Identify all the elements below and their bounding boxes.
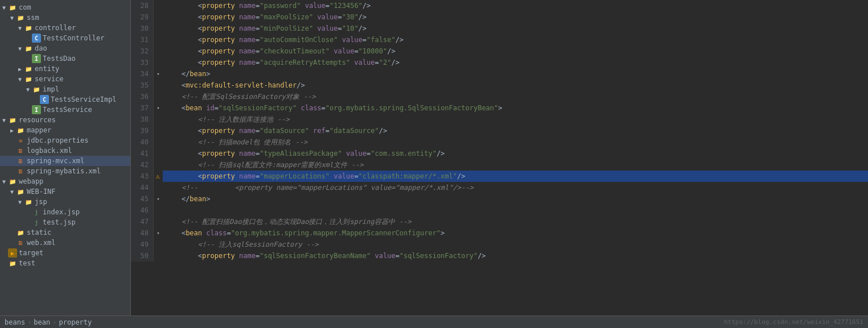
sidebar-item-dao[interactable]: ▼ 📁 dao bbox=[0, 43, 130, 53]
sidebar-item-target[interactable]: ▶ target bbox=[0, 248, 130, 258]
fold-indicator[interactable] bbox=[154, 125, 163, 136]
breadcrumb-item-beans[interactable]: beans bbox=[5, 318, 25, 326]
line-content: <!-- 扫描sql配置文件:mapper需要的xml文件 --> bbox=[163, 159, 868, 171]
fold-indicator[interactable] bbox=[154, 182, 163, 193]
fold-indicator[interactable]: ▾ bbox=[154, 227, 163, 239]
tree-label: jsp bbox=[35, 198, 47, 206]
line-content: <property name="mapperLocations" value="… bbox=[163, 171, 868, 182]
fold-indicator[interactable] bbox=[154, 34, 163, 45]
fold-indicator[interactable] bbox=[154, 148, 163, 159]
sidebar-item-ssm[interactable]: ▼ 📁 ssm bbox=[0, 13, 130, 23]
fold-indicator[interactable] bbox=[154, 216, 163, 227]
fold-indicator[interactable]: ▾ bbox=[154, 102, 163, 114]
sidebar-item-service[interactable]: ▼ 📁 service bbox=[0, 74, 130, 84]
bracket: </ bbox=[182, 68, 190, 80]
sidebar-item-mapper[interactable]: ▶ 📁 mapper bbox=[0, 125, 130, 135]
fold-indicator[interactable] bbox=[154, 0, 163, 11]
line-content: <property name="typeAliasesPackage" valu… bbox=[163, 148, 868, 159]
fold-indicator[interactable] bbox=[154, 136, 163, 148]
bracket: /> bbox=[457, 171, 465, 182]
fold-indicator[interactable]: ⚠ bbox=[154, 171, 163, 182]
line-number: 29 bbox=[131, 11, 154, 23]
line-number: 35 bbox=[131, 80, 154, 91]
tree-arrow: ▼ bbox=[8, 15, 16, 21]
fold-indicator[interactable] bbox=[154, 80, 163, 91]
bracket: = bbox=[256, 125, 260, 136]
line-content: <property name="maxPoolSize" value="30"/… bbox=[163, 11, 868, 23]
xml-comment: <!-- 扫描sql配置文件:mapper需要的xml文件 --> bbox=[198, 159, 364, 171]
sidebar-item-web.xml[interactable]: 🗎 web.xml bbox=[0, 238, 130, 248]
breadcrumb-item-property[interactable]: property bbox=[59, 318, 92, 326]
code-line-50: 50 <property name="sqlSessionFactoryBean… bbox=[131, 250, 868, 261]
fold-indicator[interactable] bbox=[154, 250, 163, 261]
attr-value: "mapperLocations" bbox=[260, 171, 330, 182]
fold-indicator[interactable] bbox=[154, 57, 163, 68]
sidebar-item-test.jsp[interactable]: j test.jsp bbox=[0, 217, 130, 227]
sidebar-item-TestsDao[interactable]: I TestsDao bbox=[0, 53, 130, 64]
sidebar-item-impl[interactable]: ▼ 📁 impl bbox=[0, 84, 130, 94]
sidebar-item-com[interactable]: ▼ 📁 com bbox=[0, 2, 130, 13]
tree-label: resources bbox=[19, 116, 56, 124]
line-number: 50 bbox=[131, 250, 154, 261]
tree-arrow: ▼ bbox=[0, 117, 8, 123]
line-content: <property name="password" value="123456"… bbox=[163, 0, 868, 11]
line-content: <property name="dataSource" ref="dataSou… bbox=[163, 125, 868, 136]
xml-tag: property bbox=[202, 0, 235, 11]
fold-indicator[interactable] bbox=[154, 45, 163, 57]
sidebar-item-spring-mvc.xml[interactable]: 🗎 spring-mvc.xml bbox=[0, 156, 130, 166]
code-line-32: 32 <property name="checkoutTimeout" valu… bbox=[131, 45, 868, 57]
code-area[interactable]: 28 <property name="password" value="1234… bbox=[131, 0, 868, 315]
sidebar-item-resources[interactable]: ▼ 📁 resources bbox=[0, 115, 130, 125]
sidebar[interactable]: ▼ 📁 com ▼ 📁 ssm ▼ 📁 controller C TestsCo… bbox=[0, 0, 131, 315]
sidebar-item-test[interactable]: 📁 test bbox=[0, 258, 130, 268]
bracket: /> bbox=[359, 23, 367, 34]
folder-icon: 📁 bbox=[8, 3, 17, 12]
sidebar-item-TestsController[interactable]: C TestsController bbox=[0, 33, 130, 43]
fold-indicator[interactable]: ▾ bbox=[154, 68, 163, 80]
breadcrumb-item-bean[interactable]: bean bbox=[34, 318, 50, 326]
fold-indicator[interactable] bbox=[154, 114, 163, 125]
bracket: = bbox=[256, 171, 260, 182]
bracket: = bbox=[256, 148, 260, 159]
sidebar-item-static[interactable]: 📁 static bbox=[0, 227, 130, 238]
fold-indicator[interactable] bbox=[154, 239, 163, 250]
fold-indicator[interactable] bbox=[154, 91, 163, 102]
jsp-icon: j bbox=[32, 207, 41, 217]
fold-indicator[interactable] bbox=[154, 11, 163, 23]
line-number: 36 bbox=[131, 91, 154, 102]
code-line-34: 34▾ </bean> bbox=[131, 68, 868, 80]
fold-indicator[interactable]: ▾ bbox=[154, 193, 163, 205]
attr-name: value bbox=[313, 23, 338, 34]
sidebar-item-entity[interactable]: ▶ 📁 entity bbox=[0, 64, 130, 74]
bracket: > bbox=[206, 68, 210, 80]
sidebar-item-controller[interactable]: ▼ 📁 controller bbox=[0, 23, 130, 33]
sidebar-item-TestsService[interactable]: I TestsService bbox=[0, 105, 130, 115]
bracket: </ bbox=[182, 193, 190, 205]
sidebar-item-webapp[interactable]: ▼ 📁 webapp bbox=[0, 176, 130, 186]
fold-indicator[interactable] bbox=[154, 23, 163, 34]
xml-tag: property bbox=[202, 250, 235, 261]
attr-value: "sqlSessionFactory" bbox=[400, 250, 478, 261]
sidebar-item-logback.xml[interactable]: 🗎 logback.xml bbox=[0, 146, 130, 156]
fold-indicator[interactable] bbox=[154, 159, 163, 171]
folder-icon: 📁 bbox=[16, 126, 25, 135]
bracket: = bbox=[227, 227, 231, 239]
attr-value: "2" bbox=[379, 57, 392, 68]
sidebar-item-jdbc.properties[interactable]: ≡ jdbc.properties bbox=[0, 135, 130, 146]
class-i-icon: I bbox=[32, 105, 41, 114]
xml-icon: 🗎 bbox=[16, 156, 25, 165]
bracket: = bbox=[256, 34, 260, 45]
xml-comment: <!-- 配置SqlSessionFactory对象 --> bbox=[182, 91, 316, 102]
status-bar: beans › bean › property https://blog.csd… bbox=[0, 315, 868, 328]
sidebar-item-index.jsp[interactable]: j index.jsp bbox=[0, 207, 130, 217]
bracket: /> bbox=[437, 148, 445, 159]
sidebar-item-jsp[interactable]: ▼ 📁 jsp bbox=[0, 197, 130, 207]
sidebar-item-WEB-INF[interactable]: ▼ 📁 WEB-INF bbox=[0, 186, 130, 197]
sidebar-item-TestsServiceImpl[interactable]: C TestsServiceImpl bbox=[0, 94, 130, 105]
bracket: = bbox=[215, 102, 219, 114]
sidebar-item-spring-mybatis.xml[interactable]: 🗎 spring-mybatis.xml bbox=[0, 166, 130, 176]
xml-tag: bean bbox=[186, 102, 202, 114]
xml-icon: 🗎 bbox=[16, 238, 25, 247]
line-number: 28 bbox=[131, 0, 154, 11]
fold-indicator[interactable] bbox=[154, 205, 163, 216]
